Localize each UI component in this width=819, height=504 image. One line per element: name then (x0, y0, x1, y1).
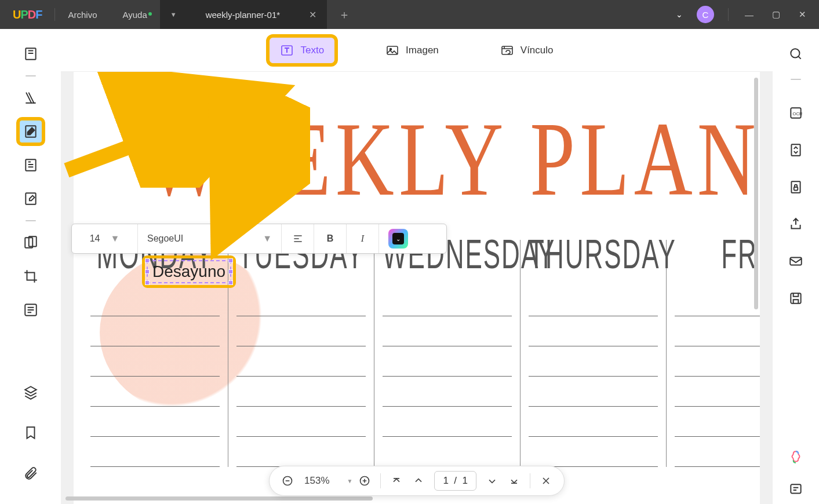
document-page: WEEKLY PLANN MONDAY TUESDAY WEDNESDAY TH… (74, 72, 760, 504)
menu-help[interactable]: Ayuda (110, 10, 160, 20)
edit-toolbar: Texto Imagen Vínculo (61, 29, 773, 72)
window-minimize-button[interactable]: — (742, 8, 756, 22)
horizontal-scrollbar[interactable] (65, 496, 373, 501)
align-button[interactable] (282, 224, 314, 253)
ai-icon[interactable] (784, 445, 808, 469)
italic-button[interactable]: I (347, 224, 379, 253)
inserted-textbox[interactable]: Desayuno (147, 260, 231, 283)
last-page-button[interactable] (504, 471, 524, 491)
vertical-scrollbar[interactable] (754, 78, 758, 309)
window-dropdown-icon[interactable]: ⌄ (676, 10, 683, 19)
svg-text:OCR: OCR (793, 111, 803, 116)
share-icon[interactable] (784, 212, 808, 236)
zoom-level[interactable]: 153% (300, 475, 334, 487)
user-avatar[interactable]: C (697, 6, 714, 23)
day-header: FR (675, 231, 760, 277)
tab-title: weekly-planner-01* (206, 10, 280, 20)
left-sidebar (0, 29, 61, 504)
zoom-in-button[interactable] (355, 471, 374, 491)
ocr-icon[interactable]: OCR (784, 101, 808, 125)
svg-rect-0 (26, 48, 35, 60)
svg-point-15 (791, 49, 799, 57)
email-icon[interactable] (784, 249, 808, 273)
bold-button[interactable]: B (314, 224, 347, 253)
app-logo: UPDF (13, 8, 42, 21)
zoom-out-button[interactable] (278, 471, 297, 491)
svg-rect-22 (791, 293, 800, 303)
first-page-button[interactable] (387, 471, 406, 491)
tab-close-button[interactable]: ✕ (309, 9, 316, 20)
right-sidebar: OCR (773, 29, 819, 504)
window-maximize-button[interactable]: ▢ (770, 7, 782, 22)
convert-icon[interactable] (784, 138, 808, 162)
attachment-icon[interactable] (19, 461, 43, 485)
organize-tool-icon[interactable] (19, 153, 43, 177)
edit-tool-icon[interactable] (19, 119, 43, 144)
link-tool-button[interactable]: Vínculo (490, 38, 564, 63)
close-pagebar-button[interactable] (536, 471, 556, 491)
next-page-button[interactable] (482, 471, 502, 491)
tab-chevron-icon: ▼ (170, 11, 177, 18)
text-format-toolbar: 14▼ SegoeUI▼ B I (71, 224, 447, 254)
bookmark-icon[interactable] (19, 421, 43, 445)
svg-rect-18 (791, 144, 800, 156)
zoom-dropdown-icon[interactable]: ▼ (347, 478, 353, 484)
save-icon[interactable] (784, 286, 808, 311)
text-tool-button[interactable]: Texto (270, 38, 334, 63)
page-indicator[interactable]: 1 / 1 (434, 471, 476, 491)
image-tool-button[interactable]: Imagen (375, 38, 449, 63)
titlebar: UPDF Archivo Ayuda ▼ weekly-planner-01* … (0, 0, 819, 29)
inserted-textbox-highlight: Desayuno (145, 258, 233, 285)
main-area: Texto Imagen Vínculo WEEKLY PLANN MONDAY… (0, 29, 819, 504)
color-picker-button[interactable] (379, 224, 417, 253)
day-header: THURSDAY (529, 231, 658, 277)
svg-rect-20 (794, 187, 798, 190)
layers-icon[interactable] (19, 380, 43, 404)
center-panel: Texto Imagen Vínculo WEEKLY PLANN MONDAY… (61, 29, 773, 504)
comment-tool-icon[interactable] (19, 86, 43, 110)
document-title: WEEKLY PLANN (146, 98, 760, 220)
new-tab-button[interactable]: ＋ (327, 7, 362, 23)
search-icon[interactable] (784, 42, 808, 66)
prev-page-button[interactable] (409, 471, 428, 491)
reader-tool-icon[interactable] (19, 42, 43, 66)
window-close-button[interactable]: ✕ (796, 7, 809, 22)
redact-tool-icon[interactable] (19, 298, 43, 322)
font-size-dropdown[interactable]: 14▼ (72, 224, 138, 253)
svg-rect-2 (26, 159, 35, 171)
document-tab[interactable]: ▼ weekly-planner-01* ✕ (160, 0, 327, 29)
svg-rect-3 (26, 193, 35, 204)
svg-rect-23 (791, 484, 800, 493)
page-navigation-bar: 153% ▼ 1 / 1 (269, 466, 565, 496)
notes-panel-icon[interactable] (784, 477, 808, 502)
document-viewport[interactable]: WEEKLY PLANN MONDAY TUESDAY WEDNESDAY TH… (61, 72, 773, 504)
form-tool-icon[interactable] (19, 187, 43, 211)
page-tool-icon[interactable] (19, 231, 43, 255)
font-family-dropdown[interactable]: SegoeUI▼ (138, 224, 282, 253)
protect-icon[interactable] (784, 175, 808, 199)
svg-rect-21 (790, 258, 802, 265)
crop-tool-icon[interactable] (19, 264, 43, 288)
textbox-content: Desayuno (152, 262, 225, 280)
menu-file[interactable]: Archivo (55, 10, 110, 20)
